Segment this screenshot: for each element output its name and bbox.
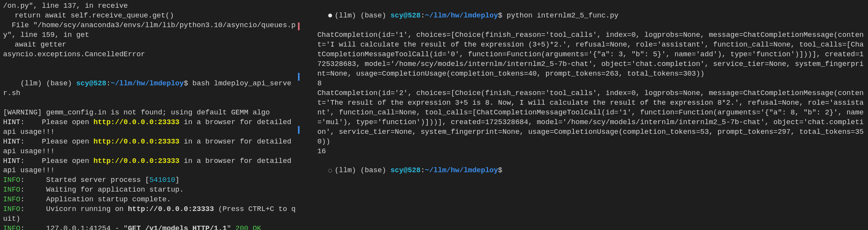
traceback-line: await getter	[3, 40, 297, 50]
url-link[interactable]: http://0.0.0.0:23333	[93, 118, 179, 126]
info-line: INFO: Uvicorn running on http://0.0.0.0:…	[3, 205, 297, 224]
output-value: 8	[311, 79, 865, 89]
traceback-error: asyncio.exceptions.CancelledError	[3, 50, 297, 60]
pane-divider[interactable]	[300, 0, 303, 230]
traceback-line: return await self.receive_queue.get()	[3, 11, 297, 21]
prompt-dollar: $	[184, 80, 188, 88]
hint-line: HINT: Please open http://0.0.0.0:23333 i…	[3, 118, 297, 137]
prompt-user: scy@528	[76, 80, 107, 88]
warning-line: [WARNING] gemm_config.in is not found; u…	[3, 108, 297, 118]
prompt-path: ~/llm/hw/lmdeploy	[111, 80, 184, 88]
hint-line: HINT: Please open http://0.0.0.0:23333 i…	[3, 137, 297, 157]
prompt-env: (llm) (base)	[334, 12, 390, 20]
output-value: 16	[311, 147, 865, 157]
traceback-line: File "/home/scy/anaconda3/envs/llm/lib/p…	[3, 21, 297, 40]
output-block: ChatCompletion(id='1', choices=[Choice(f…	[311, 31, 865, 79]
scroll-marker	[298, 126, 300, 134]
info-line: INFO: Waiting for application startup.	[3, 185, 297, 195]
url-link[interactable]: http://0.0.0.0:23333	[93, 157, 179, 165]
info-line: INFO: Application startup complete.	[3, 195, 297, 205]
prompt-env: (llm) (base)	[20, 80, 76, 88]
info-line: INFO: Started server process [541010]	[3, 176, 297, 185]
terminal-left-pane[interactable]: /on.py", line 137, in receive return awa…	[0, 0, 300, 230]
prompt-user: scy@528	[391, 12, 421, 20]
terminal-right-pane[interactable]: (llm) (base) scy@528:~/llm/hw/lmdeploy$ …	[303, 0, 868, 230]
prompt-path: ~/llm/hw/lmdeploy	[425, 12, 498, 20]
traceback-line: /on.py", line 137, in receive	[3, 2, 297, 11]
prompt-line[interactable]: (llm) (base) scy@528:~/llm/hw/lmdeploy$	[311, 157, 865, 186]
log-line: INFO: 127.0.0.1:41254 - "GET /v1/models …	[3, 224, 297, 230]
prompt-line: (llm) (base) scy@528:~/llm/hw/lmdeploy$ …	[311, 2, 865, 31]
scroll-marker	[298, 22, 300, 30]
status-dot-icon	[328, 14, 332, 17]
url-link[interactable]: http://0.0.0.0:23333	[93, 138, 179, 146]
status-circle-icon	[328, 169, 332, 173]
output-block: ChatCompletion(id='2', choices=[Choice(f…	[311, 89, 865, 147]
prompt-sep: :	[106, 80, 110, 88]
command-text: python internlm2_5_func.py	[502, 12, 618, 20]
prompt-line: (llm) (base) scy@528:~/llm/hw/lmdeploy$ …	[3, 69, 297, 108]
blank-line	[3, 60, 297, 69]
hint-line: HINT: Please open http://0.0.0.0:23333 i…	[3, 157, 297, 176]
scroll-marker	[298, 73, 300, 81]
